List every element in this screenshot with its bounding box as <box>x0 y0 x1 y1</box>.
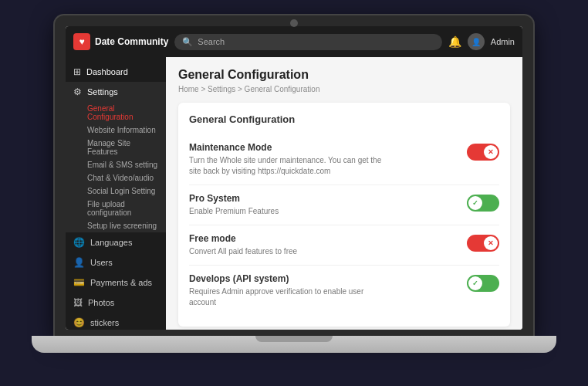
sidebar-sub-chat-video[interactable]: Chat & Video/audio <box>79 171 166 185</box>
dashboard-label: Dashboard <box>86 67 128 76</box>
maintenance-desc: Turn the Whole site under maintenance. Y… <box>189 155 390 177</box>
config-card: General Configuration Maintenance Mode T… <box>178 103 510 327</box>
sidebar-item-payments[interactable]: 💳 Payments & ads <box>66 273 166 293</box>
search-input[interactable]: Search <box>198 37 225 46</box>
config-row-free: Free mode Convert All paid features to f… <box>189 225 499 266</box>
logo-text: Date Community <box>95 36 168 47</box>
sidebar-item-photos[interactable]: 🖼 Photos <box>66 293 166 313</box>
config-row-api: Develops (API system) Requires Admin app… <box>189 266 499 316</box>
logo-icon: ♥ <box>73 33 90 50</box>
dashboard-icon: ⊞ <box>73 66 81 77</box>
config-row-pro-text: Pro System Enable Premium Features <box>189 193 279 217</box>
maintenance-label: Maintenance Mode <box>189 142 390 153</box>
config-row-maintenance: Maintenance Mode Turn the Whole site und… <box>189 134 499 185</box>
search-bar[interactable]: 🔍 Search <box>174 34 441 50</box>
sidebar-sub-file-upload[interactable]: File upload configuration <box>79 198 166 219</box>
config-row-free-text: Free mode Convert All paid features to f… <box>189 233 297 257</box>
config-row-api-text: Develops (API system) Requires Admin app… <box>189 273 390 308</box>
sidebar-sub-manage-features[interactable]: Manage Site Features <box>79 137 166 158</box>
sidebar-sub-social-login[interactable]: Social Login Setting <box>79 185 166 198</box>
api-desc: Requires Admin approve verification to e… <box>189 286 390 308</box>
settings-sub-menu: General Configuration Website Informatio… <box>66 102 166 232</box>
admin-label: Admin <box>491 37 515 46</box>
config-row-maintenance-text: Maintenance Mode Turn the Whole site und… <box>189 142 390 177</box>
topbar: ♥ Date Community 🔍 Search 🔔 👤 Admin <box>66 26 522 57</box>
free-desc: Convert All paid features to free <box>189 246 297 257</box>
laptop-base <box>32 336 556 353</box>
settings-group: ⚙ Settings General Configuration Website… <box>66 82 166 232</box>
api-label: Develops (API system) <box>189 273 390 284</box>
bell-icon: 🔔 <box>448 36 461 48</box>
maintenance-toggle-knob: ✕ <box>484 145 498 159</box>
photos-icon: 🖼 <box>73 297 83 308</box>
page-title: General Configuration <box>178 68 510 82</box>
topbar-right: 🔔 👤 Admin <box>448 33 515 50</box>
sidebar-item-users[interactable]: 👤 Users <box>66 252 166 273</box>
payments-icon: 💳 <box>73 277 85 288</box>
sidebar-item-languages[interactable]: 🌐 Languages <box>66 232 166 252</box>
api-toggle[interactable]: ✓ <box>467 275 499 292</box>
sidebar-sub-website-info[interactable]: Website Information <box>79 124 166 137</box>
free-toggle-knob: ✕ <box>484 236 498 250</box>
users-label: Users <box>90 258 113 267</box>
settings-icon: ⚙ <box>73 86 82 97</box>
photos-label: Photos <box>88 298 114 307</box>
card-title: General Configuration <box>189 113 499 125</box>
content-area: General Configuration Home > Settings > … <box>166 57 522 330</box>
free-toggle[interactable]: ✕ <box>467 235 499 252</box>
sidebar: ⊞ Dashboard ⚙ Settings General Configura… <box>66 57 166 330</box>
free-label: Free mode <box>189 233 297 244</box>
maintenance-toggle[interactable]: ✕ <box>467 144 499 161</box>
pro-label: Pro System <box>189 193 279 204</box>
search-icon: 🔍 <box>182 37 193 47</box>
pro-toggle[interactable]: ✓ <box>467 195 499 212</box>
pro-toggle-knob: ✓ <box>468 196 482 210</box>
sidebar-sub-email-sms[interactable]: Email & SMS setting <box>79 158 166 171</box>
languages-icon: 🌐 <box>73 237 85 248</box>
payments-label: Payments & ads <box>90 278 152 287</box>
config-row-pro: Pro System Enable Premium Features ✓ <box>189 185 499 225</box>
logo-area: ♥ Date Community <box>73 33 168 50</box>
pro-desc: Enable Premium Features <box>189 206 279 217</box>
notification-button[interactable]: 🔔 <box>448 35 461 49</box>
sidebar-item-stickers[interactable]: 😊 stickers <box>66 313 166 330</box>
users-icon: 👤 <box>73 257 85 268</box>
sidebar-sub-live-screening[interactable]: Setup live screening <box>79 219 166 232</box>
stickers-icon: 😊 <box>73 317 85 328</box>
sidebar-item-settings[interactable]: ⚙ Settings <box>66 82 166 102</box>
settings-label: Settings <box>87 87 118 96</box>
languages-label: Languages <box>90 238 132 247</box>
api-toggle-knob: ✓ <box>468 276 482 290</box>
sidebar-item-dashboard[interactable]: ⊞ Dashboard <box>66 62 166 82</box>
stickers-label: stickers <box>90 318 119 327</box>
breadcrumb: Home > Settings > General Configuration <box>178 85 510 93</box>
main-area: ⊞ Dashboard ⚙ Settings General Configura… <box>66 57 522 330</box>
avatar[interactable]: 👤 <box>468 33 485 50</box>
sidebar-sub-general-config[interactable]: General Configuration <box>79 102 166 124</box>
